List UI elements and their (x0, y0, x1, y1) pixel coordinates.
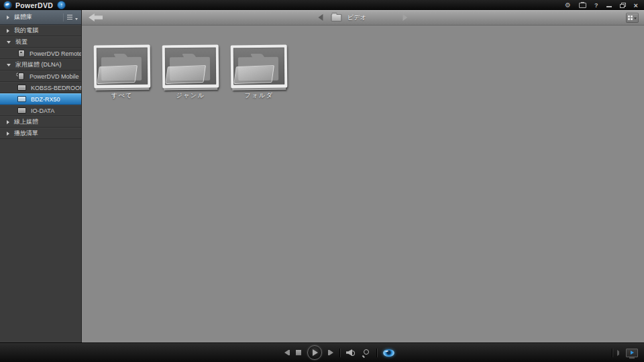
mobile-device-icon (18, 73, 24, 80)
sidebar-item-label: BDZ-RX50 (31, 96, 60, 103)
sidebar-item-playlists[interactable]: 播放清單 (0, 128, 81, 139)
sidebar-item-bdz-rx50[interactable]: BDZ-RX50 (0, 93, 81, 105)
chevron-right-icon (7, 29, 9, 33)
playback-controls (284, 343, 394, 362)
powerdvd-window: PowerDVD ↑ ⚙ ? × 媒體庫 我的電腦 裝置 (0, 0, 644, 362)
playback-controlbar (0, 343, 644, 362)
chevron-right-icon (7, 132, 9, 136)
restore-icon[interactable] (620, 3, 626, 8)
sidebar-item-label: PowerDVD Remote (30, 50, 81, 57)
sidebar-item-devices[interactable]: 裝置 (0, 36, 81, 48)
volume-icon[interactable] (346, 349, 355, 356)
titlebar: PowerDVD ↑ ⚙ ? × (0, 0, 644, 10)
controlbar-right (612, 343, 638, 362)
previous-button[interactable] (284, 350, 290, 355)
sidebar-item-label: 裝置 (15, 38, 28, 46)
instant-zoom-icon[interactable] (361, 349, 370, 357)
upgrade-icon[interactable]: ↑ (57, 1, 66, 9)
sidebar-item-home-media-dlna[interactable]: 家用媒體 (DLNA) (0, 59, 81, 71)
grid-view-caret (634, 17, 637, 19)
grid-squares (628, 15, 633, 20)
folder-thumbnail (94, 45, 151, 89)
folder-thumbnail (162, 45, 219, 89)
cinema-mode-icon[interactable] (626, 349, 638, 357)
folder-thumbnail (231, 45, 288, 89)
chevron-down-icon (7, 41, 11, 44)
media-server-icon (17, 96, 26, 102)
sidebar-item-label: 線上媒體 (14, 118, 38, 126)
media-server-icon (17, 85, 26, 91)
sidebar-item-label: 媒體庫 (14, 13, 32, 21)
sidebar-item-label: 我的電腦 (14, 26, 38, 35)
breadcrumb: ビデオ (318, 10, 407, 25)
sidebar-item-label: KOBSS-BEDROOM: KOBSS: (31, 85, 81, 91)
sidebar-item-label: 播放清單 (14, 129, 38, 138)
grid-view-icon[interactable] (626, 13, 639, 23)
content-navbar: ビデオ (82, 10, 644, 26)
back-arrow-icon[interactable] (89, 13, 103, 21)
folder-grid: すべて ジャンル フォルダ (82, 26, 644, 343)
close-icon[interactable]: × (634, 2, 638, 9)
play-button[interactable] (307, 345, 322, 360)
sidebar-item-label: PowerDVD Mobile (30, 73, 79, 80)
folder-tile-folder[interactable]: フォルダ (231, 45, 287, 88)
chevron-right-icon (7, 120, 9, 124)
stop-button[interactable] (296, 350, 301, 355)
sidebar-item-kobss-bedroom[interactable]: KOBSS-BEDROOM: KOBSS: (0, 82, 81, 93)
sidebar-item-online-media[interactable]: 線上媒體 (0, 116, 81, 128)
sidebar-item-label: 家用媒體 (DLNA) (15, 60, 62, 69)
next-button[interactable] (328, 350, 333, 355)
library-menu-icon[interactable] (63, 13, 76, 21)
main-area: 媒體庫 我的電腦 裝置 PowerDVD Remote 家用媒體 (DLNA) (0, 10, 644, 343)
content-area: ビデオ すべて (82, 10, 644, 343)
folder-tile-genre[interactable]: ジャンル (162, 45, 219, 88)
sidebar-item-powerdvd-remote[interactable]: PowerDVD Remote (0, 48, 81, 59)
folder-label: ジャンル (156, 91, 225, 100)
divider (376, 349, 377, 357)
sidebar-item-my-computer[interactable]: 我的電腦 (0, 25, 81, 36)
prev-page-icon[interactable] (318, 14, 323, 21)
folder-tile-all[interactable]: すべて (94, 45, 150, 88)
settings-gear-icon[interactable]: ⚙ (565, 2, 571, 9)
minimize-icon[interactable] (606, 6, 612, 7)
folder-label: すべて (87, 91, 157, 100)
sidebar-item-label: IO-DATA (31, 107, 54, 114)
sidebar-item-powerdvd-mobile[interactable]: PowerDVD Mobile (0, 71, 81, 82)
collapse-arrow-icon (617, 350, 621, 356)
chevron-right-icon (7, 15, 9, 19)
app-title: PowerDVD (15, 1, 53, 9)
sidebar-item-media-library[interactable]: 媒體庫 (0, 10, 81, 25)
divider (612, 349, 612, 357)
folder-label: フォルダ (224, 91, 294, 100)
media-server-icon (17, 107, 26, 114)
sidebar: 媒體庫 我的電腦 裝置 PowerDVD Remote 家用媒體 (DLNA) (0, 10, 82, 343)
breadcrumb-location: ビデオ (347, 13, 366, 22)
sidebar-item-io-data[interactable]: IO-DATA (0, 105, 81, 116)
help-icon[interactable]: ? (594, 2, 598, 9)
next-page-icon[interactable] (403, 14, 408, 21)
chevron-down-icon (7, 64, 11, 66)
3d-display-icon[interactable] (383, 349, 394, 357)
window-controls: ⚙ ? × (565, 2, 644, 9)
folder-icon (331, 14, 341, 21)
divider (339, 349, 340, 357)
powerdvd-logo-icon (3, 1, 12, 9)
remote-device-icon (18, 50, 25, 57)
tv-mode-icon[interactable] (579, 3, 586, 8)
